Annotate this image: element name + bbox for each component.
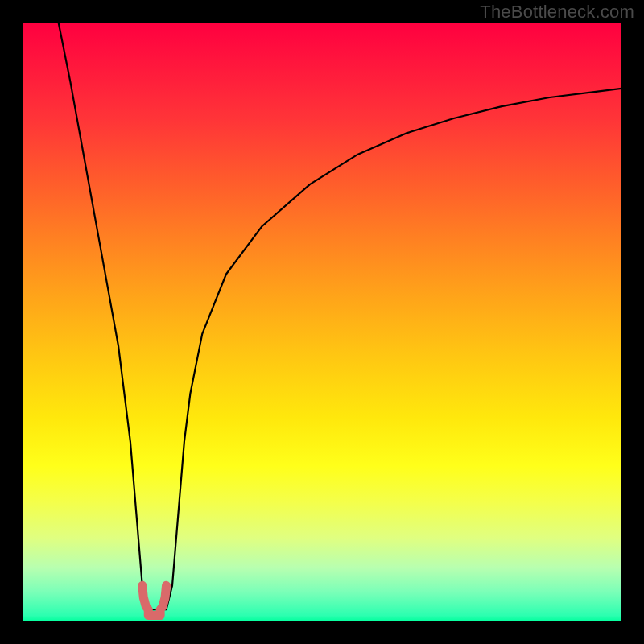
watermark-label: TheBottleneck.com: [480, 2, 634, 23]
chart-frame: TheBottleneck.com: [0, 0, 644, 644]
plot-area: [23, 23, 621, 621]
highlight-bottom: [142, 585, 167, 615]
bottleneck-curve: [59, 23, 621, 609]
curve-layer: [23, 23, 621, 621]
